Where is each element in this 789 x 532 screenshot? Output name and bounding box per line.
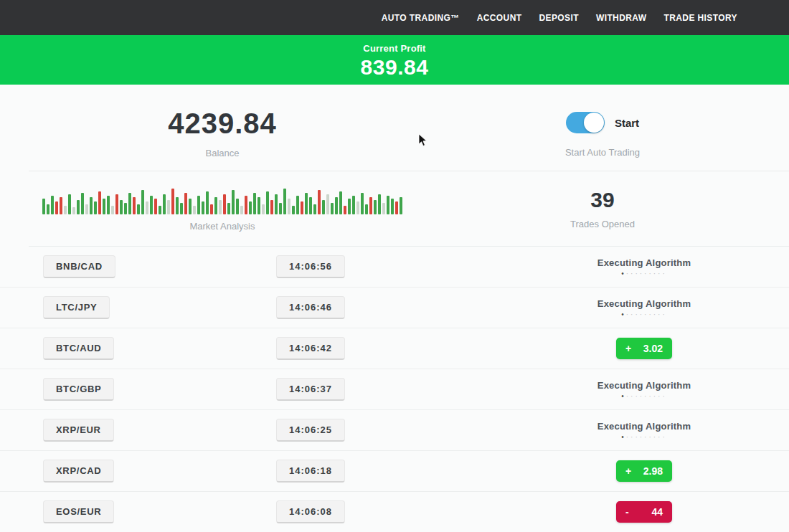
time-chip[interactable]: 14:06:42: [276, 337, 345, 360]
pair-chip[interactable]: XRP/EUR: [43, 419, 114, 442]
nav-withdraw[interactable]: WITHDRAW: [596, 13, 647, 23]
pair-chip[interactable]: XRP/CAD: [43, 460, 114, 483]
nav-account[interactable]: ACCOUNT: [477, 13, 522, 23]
trades-list: BNB/CAD 14:06:56 Executing Algorithm •··…: [0, 247, 789, 532]
result-badge: +2.98: [616, 460, 672, 482]
trade-row: XRP/EUR 14:06:25 Executing Algorithm •··…: [0, 410, 789, 451]
balance-value: 4239.84: [29, 108, 416, 138]
current-profit-label: Current Profit: [0, 43, 789, 54]
auto-trading-toggle[interactable]: [566, 112, 605, 133]
toggle-label: Start: [615, 117, 639, 129]
progress-dots: •·········: [593, 312, 695, 318]
pair-chip[interactable]: BTC/GBP: [43, 378, 114, 401]
executing-label: Executing Algorithm: [593, 257, 695, 268]
pair-chip[interactable]: EOS/EUR: [43, 500, 114, 523]
market-section: Market Analysis 39 Trades Opened: [0, 171, 789, 246]
trade-status: Executing Algorithm •·········: [593, 380, 695, 399]
executing-label: Executing Algorithm: [593, 380, 695, 391]
auto-trading-app: AUTO TRADING™ ACCOUNT DEPOSIT WITHDRAW T…: [0, 0, 789, 532]
trade-status: •········· -44: [593, 501, 695, 523]
nav-auto-trading[interactable]: AUTO TRADING™: [382, 13, 460, 23]
trade-status: •········· +2.98: [593, 460, 695, 482]
trade-row: LTC/JPY 14:06:46 Executing Algorithm •··…: [0, 288, 789, 328]
pair-chip[interactable]: BNB/CAD: [43, 255, 115, 278]
trade-row: EOS/EUR 14:06:08 •········· -44: [0, 492, 789, 532]
toggle-caption: Start Auto Trading: [416, 147, 789, 158]
result-badge: +3.02: [616, 338, 672, 359]
toggle-knob: [584, 113, 604, 133]
time-chip[interactable]: 14:06:46: [276, 296, 345, 319]
market-analysis-chart: [29, 187, 416, 214]
trade-row: BTC/GBP 14:06:37 Executing Algorithm •··…: [0, 369, 789, 410]
trades-opened-label: Trades Opened: [416, 219, 789, 229]
time-chip[interactable]: 14:06:18: [276, 460, 345, 483]
pair-chip[interactable]: LTC/JPY: [43, 296, 110, 319]
trades-opened-value: 39: [416, 189, 789, 212]
progress-dots: •·········: [593, 434, 695, 440]
time-chip[interactable]: 14:06:37: [276, 378, 345, 401]
result-badge: -44: [616, 501, 672, 523]
progress-dots: •·········: [593, 394, 695, 399]
trade-row: XRP/CAD 14:06:18 •········· +2.98: [0, 451, 789, 492]
nav-deposit[interactable]: DEPOSIT: [539, 13, 578, 23]
current-profit-banner: Current Profit 839.84: [0, 35, 789, 85]
pair-chip[interactable]: BTC/AUD: [43, 337, 114, 360]
top-nav: AUTO TRADING™ ACCOUNT DEPOSIT WITHDRAW T…: [0, 0, 789, 35]
trade-row: BTC/AUD 14:06:42 •········· +3.02: [0, 328, 789, 369]
progress-dots: •·········: [593, 271, 695, 277]
nav-trade-history[interactable]: TRADE HISTORY: [663, 13, 737, 23]
trade-row: BNB/CAD 14:06:56 Executing Algorithm •··…: [0, 247, 789, 288]
trade-status: Executing Algorithm •·········: [593, 421, 695, 440]
trade-status: Executing Algorithm •·········: [593, 298, 695, 318]
trade-status: •········· +3.02: [593, 338, 695, 359]
balance-label: Balance: [29, 148, 416, 158]
time-chip[interactable]: 14:06:56: [276, 255, 345, 278]
time-chip[interactable]: 14:06:08: [276, 500, 345, 523]
executing-label: Executing Algorithm: [593, 298, 695, 309]
balance-section: 4239.84 Balance Start Start Auto Trading: [0, 85, 789, 171]
market-analysis-label: Market Analysis: [29, 221, 416, 232]
executing-label: Executing Algorithm: [593, 421, 695, 432]
trade-status: Executing Algorithm •·········: [593, 257, 695, 277]
time-chip[interactable]: 14:06:25: [276, 419, 345, 442]
current-profit-value: 839.84: [0, 55, 789, 80]
